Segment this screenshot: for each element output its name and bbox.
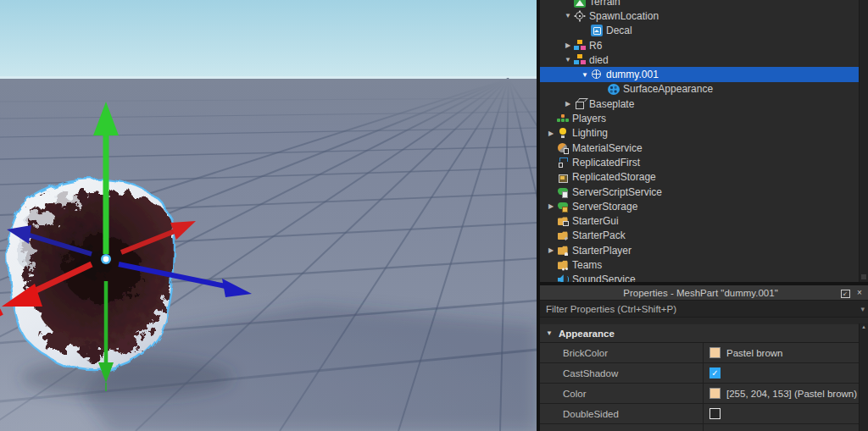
- tree-item-label: StarterPack: [572, 229, 626, 241]
- tree-item-dummy-001[interactable]: dummy.001: [540, 67, 860, 81]
- properties-panel: Properties - MeshPart "dummy.001" ↙ × Fi…: [540, 285, 868, 431]
- tree-item-terrain[interactable]: Terrain: [540, 0, 860, 8]
- section-appearance[interactable]: ▼ Appearance: [540, 324, 868, 343]
- tree-item-label: Players: [572, 113, 606, 124]
- tree-item-r6[interactable]: R6: [540, 38, 860, 52]
- explorer-panel: Terrain SpawnLocation Decal R6 died: [540, 0, 868, 282]
- property-name: CastShadow: [540, 363, 704, 383]
- color-swatch[interactable]: [709, 388, 721, 399]
- tree-item-serverscriptservice[interactable]: ServerScriptService: [540, 185, 860, 199]
- roblox-studio-window: Terrain SpawnLocation Decal R6 died: [0, 0, 868, 431]
- color-swatch[interactable]: [709, 347, 721, 358]
- teams-icon: [557, 259, 569, 271]
- surfaceappearance-icon: [608, 84, 620, 95]
- tree-item-label: Lighting: [572, 127, 608, 139]
- starterpack-icon: [557, 229, 569, 241]
- expand-arrow[interactable]: [545, 243, 557, 257]
- serverstorage-icon: [557, 201, 569, 213]
- tree-item-label: MaterialService: [572, 142, 643, 154]
- expand-arrow[interactable]: [545, 199, 557, 213]
- model-icon: [574, 40, 586, 52]
- tree-item-starterplayer[interactable]: StarterPlayer: [540, 243, 860, 257]
- expand-arrow[interactable]: [562, 8, 574, 23]
- property-row-castshadow: CastShadow: [540, 363, 868, 384]
- decal-icon: [591, 25, 603, 36]
- tree-item-starterpack[interactable]: StarterPack: [540, 229, 860, 243]
- close-panel-button[interactable]: ×: [854, 287, 865, 298]
- float-panel-button[interactable]: ↙: [839, 287, 851, 298]
- property-name: DoubleSided: [540, 404, 704, 423]
- explorer-tree: Terrain SpawnLocation Decal R6 died: [540, 0, 860, 282]
- starterplayer-icon: [557, 245, 569, 257]
- section-label: Appearance: [559, 329, 615, 339]
- property-value-text: [255, 204, 153] (Pastel brown): [726, 389, 857, 399]
- property-value[interactable]: Plastic: [704, 424, 868, 431]
- tree-item-label: Terrain: [589, 0, 620, 8]
- property-name: Material: [540, 424, 704, 431]
- tree-item-players[interactable]: Players: [540, 111, 860, 125]
- chevron-down-icon[interactable]: ▾: [860, 305, 865, 313]
- sky: [0, 0, 537, 79]
- section-collapse-arrow[interactable]: ▼: [540, 326, 559, 340]
- horizon-line: [0, 76, 537, 79]
- replicatedfirst-icon: [557, 157, 569, 169]
- tree-item-label: ServerStorage: [572, 201, 637, 213]
- property-row-material: Material Plastic: [540, 424, 868, 431]
- properties-title-bar: Properties - MeshPart "dummy.001" ↙ ×: [540, 285, 868, 300]
- tree-item-label: StarterPlayer: [572, 245, 632, 257]
- property-row-doublesided: DoubleSided: [540, 404, 868, 424]
- meshpart-object[interactable]: [8, 180, 175, 370]
- tree-item-died[interactable]: died: [540, 52, 860, 67]
- tree-item-replicatedfirst[interactable]: ReplicatedFirst: [540, 155, 860, 169]
- tree-item-serverstorage[interactable]: ServerStorage: [540, 199, 860, 213]
- tree-item-label: SpawnLocation: [589, 10, 659, 22]
- expand-arrow[interactable]: [562, 52, 574, 67]
- property-value-text: Pastel brown: [726, 348, 782, 358]
- property-value[interactable]: [255, 204, 153] (Pastel brown): [704, 384, 868, 403]
- properties-scrollbar[interactable]: ▴: [859, 323, 868, 431]
- filter-placeholder: Filter Properties (Ctrl+Shift+P): [546, 304, 860, 314]
- expand-arrow[interactable]: [579, 68, 591, 82]
- tree-item-label: died: [589, 54, 609, 66]
- tree-item-spawnlocation[interactable]: SpawnLocation: [540, 8, 860, 23]
- startergui-icon: [557, 215, 569, 227]
- meshpart-icon: [591, 69, 603, 80]
- tree-item-decal[interactable]: Decal: [540, 24, 860, 38]
- tree-item-soundservice[interactable]: SoundService: [540, 273, 860, 282]
- tree-item-label: Teams: [572, 259, 602, 271]
- replicatedstorage-icon: [557, 171, 569, 183]
- property-value: [704, 363, 868, 383]
- property-row-color: Color [255, 204, 153] (Pastel brown): [540, 384, 868, 404]
- explorer-scrollbar[interactable]: [859, 0, 868, 282]
- expand-arrow[interactable]: [562, 97, 574, 111]
- tree-item-label: SoundService: [572, 274, 636, 282]
- tree-item-lighting[interactable]: Lighting: [540, 126, 860, 141]
- filter-properties-input[interactable]: Filter Properties (Ctrl+Shift+P) ▾: [540, 300, 868, 318]
- tree-item-materialservice[interactable]: MaterialService: [540, 141, 860, 155]
- expand-arrow[interactable]: [545, 126, 557, 141]
- tree-item-teams[interactable]: Teams: [540, 257, 860, 272]
- players-icon: [557, 113, 569, 124]
- tree-item-label: ReplicatedFirst: [572, 157, 640, 169]
- tree-item-replicatedstorage[interactable]: ReplicatedStorage: [540, 170, 860, 185]
- tree-item-baseplate[interactable]: Baseplate: [540, 97, 860, 111]
- lighting-icon: [557, 127, 569, 139]
- 3d-viewport[interactable]: [0, 0, 537, 431]
- properties-title: Properties - MeshPart "dummy.001": [540, 288, 839, 298]
- tree-item-label: ServerScriptService: [572, 186, 662, 198]
- gizmo-center-dot: [103, 257, 109, 262]
- properties-body: ▼ Appearance BrickColor Pastel brown Cas…: [540, 318, 868, 431]
- tree-item-label: Baseplate: [589, 98, 634, 110]
- castshadow-checkbox[interactable]: [709, 367, 721, 379]
- float-panel-icon: ↙: [841, 290, 850, 298]
- tree-item-label: R6: [589, 40, 602, 52]
- tree-item-label: SurfaceAppearance: [623, 83, 713, 95]
- horizon-fade: [0, 79, 537, 138]
- tree-item-label: StarterGui: [572, 215, 619, 227]
- expand-arrow[interactable]: [562, 38, 574, 52]
- property-value[interactable]: Pastel brown: [704, 343, 868, 362]
- tree-item-surfaceappearance[interactable]: SurfaceAppearance: [540, 82, 860, 97]
- doublesided-checkbox[interactable]: [709, 408, 721, 419]
- tree-item-label: ReplicatedStorage: [572, 171, 656, 183]
- tree-item-startergui[interactable]: StarterGui: [540, 213, 860, 228]
